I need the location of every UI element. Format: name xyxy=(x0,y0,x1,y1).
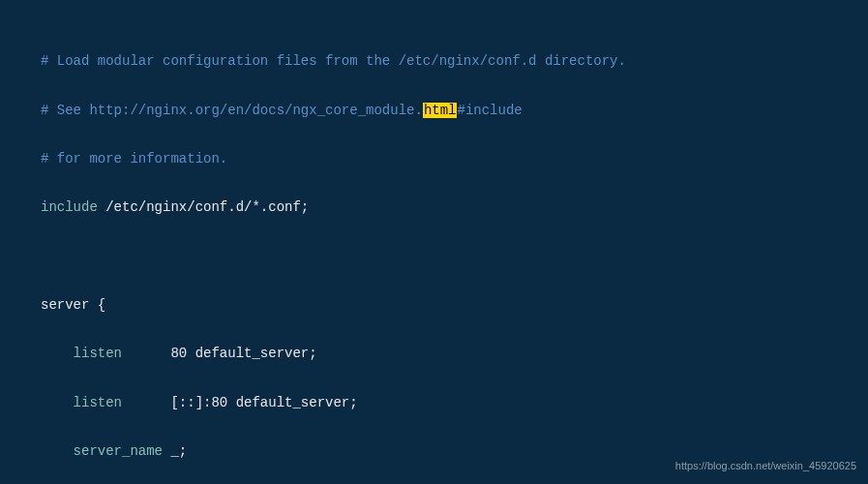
code-block: # Load modular configuration files from … xyxy=(0,0,868,484)
watermark-text: https://blog.csdn.net/weixin_45920625 xyxy=(675,457,856,476)
comment-line-3: # for more information. xyxy=(41,147,827,171)
comment-line-1: # Load modular configuration files from … xyxy=(41,49,827,74)
highlight-html-1: html xyxy=(423,103,458,118)
server-open: server { xyxy=(41,293,827,318)
blank-line xyxy=(41,245,827,269)
listen-line-1: listen 80 default_server; xyxy=(41,342,827,366)
comment-line-2: # See http://nginx.org/en/docs/ngx_core_… xyxy=(41,99,827,123)
include-line-1: include /etc/nginx/conf.d/*.conf; xyxy=(41,196,827,220)
listen-line-2: listen [::]:80 default_server; xyxy=(41,391,827,415)
